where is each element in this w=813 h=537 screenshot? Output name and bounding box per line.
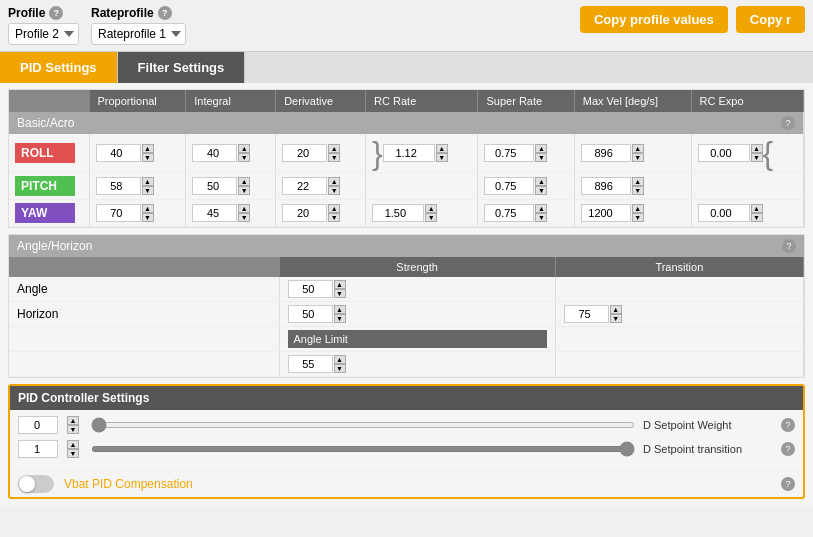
yaw-derivative-input[interactable] xyxy=(282,204,327,222)
roll-sr-down[interactable]: ▼ xyxy=(535,153,547,162)
yaw-prop-up[interactable]: ▲ xyxy=(142,204,154,213)
yaw-int-down[interactable]: ▼ xyxy=(238,213,250,222)
yaw-rcx-down[interactable]: ▼ xyxy=(751,213,763,222)
dsw-down[interactable]: ▼ xyxy=(67,425,79,434)
roll-prop-up[interactable]: ▲ xyxy=(142,144,154,153)
horizon-tr-up[interactable]: ▲ xyxy=(610,305,622,314)
tab-filter[interactable]: Filter Settings xyxy=(118,52,246,83)
yaw-int-up[interactable]: ▲ xyxy=(238,204,250,213)
roll-rcx-up[interactable]: ▲ xyxy=(751,144,763,153)
angle-limit-input[interactable] xyxy=(288,355,333,373)
pitch-sr-down[interactable]: ▼ xyxy=(535,186,547,195)
yaw-der-up[interactable]: ▲ xyxy=(328,204,340,213)
pitch-int-up[interactable]: ▲ xyxy=(238,177,250,186)
yaw-prop-down[interactable]: ▼ xyxy=(142,213,154,222)
dst-down[interactable]: ▼ xyxy=(67,449,79,458)
main-content: Proportional Integral Derivative RC Rate… xyxy=(0,83,813,505)
rateprofile-select[interactable]: Rateprofile 1 Rateprofile 2 Rateprofile … xyxy=(91,23,186,45)
roll-mv-up[interactable]: ▲ xyxy=(632,144,644,153)
roll-int-up[interactable]: ▲ xyxy=(238,144,250,153)
col-integral: Integral xyxy=(186,90,276,112)
yaw-rcr-down[interactable]: ▼ xyxy=(425,213,437,222)
roll-sr-up[interactable]: ▲ xyxy=(535,144,547,153)
roll-rcrate-input[interactable] xyxy=(383,144,435,162)
roll-superrate-cell: ▲▼ xyxy=(484,144,567,162)
horizon-str-down[interactable]: ▼ xyxy=(334,314,346,323)
pitch-mv-down[interactable]: ▼ xyxy=(632,186,644,195)
yaw-rcr-up[interactable]: ▲ xyxy=(425,204,437,213)
roll-derivative-input[interactable] xyxy=(282,144,327,162)
pitch-derivative-input[interactable] xyxy=(282,177,327,195)
pitch-proportional-input[interactable] xyxy=(96,177,141,195)
vbat-toggle[interactable] xyxy=(18,475,54,493)
pitch-sr-up[interactable]: ▲ xyxy=(535,177,547,186)
roll-der-down[interactable]: ▼ xyxy=(328,153,340,162)
yaw-maxvel-input[interactable] xyxy=(581,204,631,222)
yaw-integral-input[interactable] xyxy=(192,204,237,222)
angle-str-down[interactable]: ▼ xyxy=(334,289,346,298)
pitch-prop-up[interactable]: ▲ xyxy=(142,177,154,186)
d-setpoint-transition-input[interactable] xyxy=(18,440,58,458)
yaw-rcexpo-input[interactable] xyxy=(698,204,750,222)
roll-rcexpo-input[interactable] xyxy=(698,144,750,162)
dsw-help-icon[interactable]: ? xyxy=(781,418,795,432)
horizon-tr-down[interactable]: ▼ xyxy=(610,314,622,323)
roll-mv-down[interactable]: ▼ xyxy=(632,153,644,162)
pid-table: Proportional Integral Derivative RC Rate… xyxy=(9,90,804,227)
pitch-derivative-cell: ▲▼ xyxy=(282,177,359,195)
pitch-mv-up[interactable]: ▲ xyxy=(632,177,644,186)
pitch-prop-down[interactable]: ▼ xyxy=(142,186,154,195)
d-setpoint-transition-row: ▲▼ D Setpoint transition ? xyxy=(18,440,795,458)
yaw-rcrate-input[interactable] xyxy=(372,204,424,222)
pitch-superrate-input[interactable] xyxy=(484,177,534,195)
d-setpoint-transition-slider[interactable] xyxy=(91,446,635,452)
pitch-int-down[interactable]: ▼ xyxy=(238,186,250,195)
dst-help-icon[interactable]: ? xyxy=(781,442,795,456)
angle-lim-down[interactable]: ▼ xyxy=(334,364,346,373)
pitch-integral-input[interactable] xyxy=(192,177,237,195)
roll-rcr-down[interactable]: ▼ xyxy=(436,153,448,162)
roll-prop-down[interactable]: ▼ xyxy=(142,153,154,162)
pitch-der-up[interactable]: ▲ xyxy=(328,177,340,186)
yaw-rcrate-cell: ▲▼ xyxy=(372,204,471,222)
dst-up[interactable]: ▲ xyxy=(67,440,79,449)
dsw-up[interactable]: ▲ xyxy=(67,416,79,425)
yaw-der-down[interactable]: ▼ xyxy=(328,213,340,222)
angle-lim-up[interactable]: ▲ xyxy=(334,355,346,364)
angle-col-strength: Strength xyxy=(279,257,555,277)
angle-strength-input[interactable] xyxy=(288,280,333,298)
profile-label: Profile xyxy=(8,6,45,20)
roll-proportional-input[interactable] xyxy=(96,144,141,162)
angle-str-up[interactable]: ▲ xyxy=(334,280,346,289)
horizon-str-up[interactable]: ▲ xyxy=(334,305,346,314)
roll-int-down[interactable]: ▼ xyxy=(238,153,250,162)
profile-select[interactable]: Profile 1 Profile 2 Profile 3 xyxy=(8,23,79,45)
yaw-rcx-up[interactable]: ▲ xyxy=(751,204,763,213)
copy-r-button[interactable]: Copy r xyxy=(736,6,805,33)
yaw-proportional-input[interactable] xyxy=(96,204,141,222)
yaw-mv-up[interactable]: ▲ xyxy=(632,204,644,213)
roll-integral-input[interactable] xyxy=(192,144,237,162)
d-setpoint-weight-slider[interactable] xyxy=(91,422,635,428)
rateprofile-help-icon[interactable]: ? xyxy=(158,6,172,20)
pitch-maxvel-input[interactable] xyxy=(581,177,631,195)
d-setpoint-weight-input[interactable] xyxy=(18,416,58,434)
pitch-der-down[interactable]: ▼ xyxy=(328,186,340,195)
tab-pid[interactable]: PID Settings xyxy=(0,52,118,83)
angle-help-icon[interactable]: ? xyxy=(782,239,796,253)
yaw-mv-down[interactable]: ▼ xyxy=(632,213,644,222)
yaw-sr-up[interactable]: ▲ xyxy=(535,204,547,213)
horizon-strength-input[interactable] xyxy=(288,305,333,323)
roll-rcr-up[interactable]: ▲ xyxy=(436,144,448,153)
yaw-superrate-input[interactable] xyxy=(484,204,534,222)
roll-maxvel-input[interactable] xyxy=(581,144,631,162)
profile-help-icon[interactable]: ? xyxy=(49,6,63,20)
yaw-sr-down[interactable]: ▼ xyxy=(535,213,547,222)
basic-acro-help-icon[interactable]: ? xyxy=(781,116,795,130)
copy-profile-button[interactable]: Copy profile values xyxy=(580,6,728,33)
roll-rcx-down[interactable]: ▼ xyxy=(751,153,763,162)
horizon-transition-input[interactable] xyxy=(564,305,609,323)
roll-der-up[interactable]: ▲ xyxy=(328,144,340,153)
roll-superrate-input[interactable] xyxy=(484,144,534,162)
vbat-help-icon[interactable]: ? xyxy=(781,477,795,491)
